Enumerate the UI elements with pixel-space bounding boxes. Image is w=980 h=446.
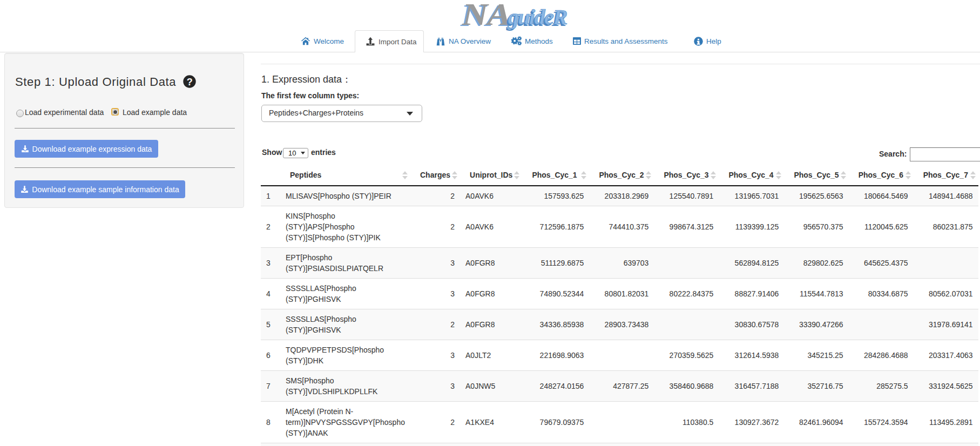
svg-text:NA: NA [462, 0, 511, 31]
svg-text:?: ? [187, 77, 193, 87]
svg-text:guideR: guideR [508, 4, 567, 29]
